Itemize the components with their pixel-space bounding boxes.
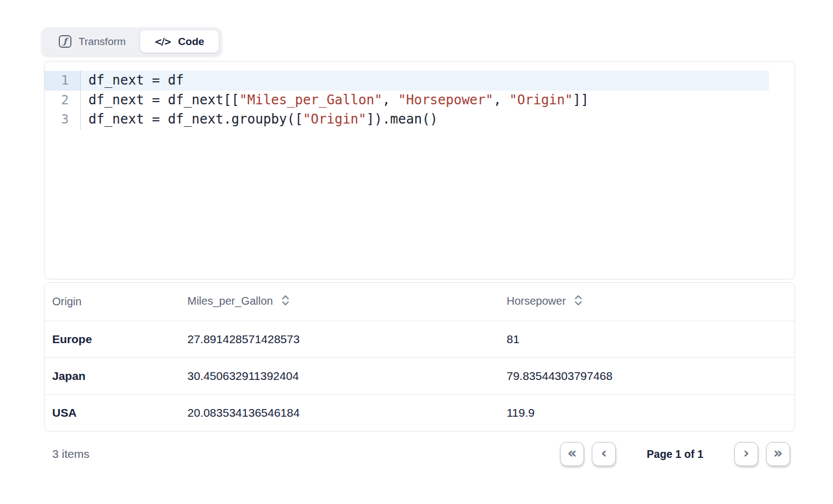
header-row: Origin Miles_per_Gallon Horsepower (45, 283, 795, 321)
cell-horsepower: 81 (499, 321, 795, 357)
results-table: Origin Miles_per_Gallon Horsepower Europ… (45, 283, 795, 431)
cell-horsepower: 79.83544303797468 (499, 357, 795, 394)
table-footer: 3 items « ‹ Page 1 of 1 › » (44, 439, 795, 469)
cell-miles-per-gallon: 30.450632911392404 (180, 357, 499, 394)
tab-code[interactable]: </> Code (140, 30, 219, 53)
code-token-string: "Origin" (303, 111, 366, 127)
code-line: 3 df_next = df_next.groupby(["Origin"]).… (45, 110, 795, 130)
items-count: 3 items (52, 447, 90, 461)
code-line: 1 df_next = df (45, 71, 795, 91)
code-icon: </> (154, 36, 171, 47)
code-token: , (493, 92, 509, 108)
code-token: ]).mean() (366, 111, 438, 127)
page-indicator: Page 1 of 1 (647, 448, 703, 461)
code-line: 2 df_next = df_next[["Miles_per_Gallon",… (45, 91, 795, 110)
code-token-string: "Origin" (509, 92, 573, 108)
code-token: df_next = df (88, 72, 184, 88)
code-token: df_next = df_next[[ (88, 92, 240, 108)
code-line-content: df_next = df_next[["Miles_per_Gallon", "… (81, 91, 769, 110)
cell-miles-per-gallon: 20.083534136546184 (180, 394, 499, 431)
sort-updown-icon[interactable] (281, 296, 290, 309)
line-number: 3 (45, 110, 81, 130)
cell-miles-per-gallon: 27.891428571428573 (180, 321, 499, 357)
code-line-content: df_next = df_next.groupby(["Origin"]).me… (81, 110, 769, 130)
prev-page-button[interactable]: ‹ (592, 442, 616, 466)
next-page-icon: › (743, 446, 749, 460)
pagination: « ‹ Page 1 of 1 › » (560, 442, 790, 466)
code-line-content: df_next = df (81, 71, 769, 91)
code-editor[interactable]: 1 df_next = df 2 df_next = df_next[["Mil… (44, 61, 795, 279)
sort-updown-icon[interactable] (574, 296, 582, 309)
prev-page-icon: ‹ (601, 446, 607, 460)
next-page-button[interactable]: › (734, 442, 758, 466)
cell-origin: Europe (45, 321, 180, 357)
line-number: 1 (45, 71, 81, 91)
cell-horsepower: 119.9 (499, 394, 795, 431)
results-table-card: Origin Miles_per_Gallon Horsepower Europ… (44, 282, 795, 432)
cell-origin: Japan (45, 357, 180, 394)
table-row: Japan 30.450632911392404 79.835443037974… (45, 357, 795, 394)
code-token-string: "Horsepower" (398, 92, 493, 108)
tab-transform[interactable]: ƒ Transform (45, 30, 140, 53)
column-header-miles-per-gallon[interactable]: Miles_per_Gallon (180, 283, 499, 321)
last-page-button[interactable]: » (766, 442, 790, 466)
first-page-button[interactable]: « (560, 442, 584, 466)
last-page-icon: » (774, 446, 783, 460)
line-number: 2 (45, 91, 81, 110)
tab-transform-label: Transform (79, 36, 126, 48)
column-label: Origin (52, 295, 81, 307)
first-page-icon: « (568, 446, 577, 460)
code-token: df_next = df_next.groupby([ (88, 111, 303, 127)
code-token: , (382, 92, 398, 108)
column-label: Horsepower (507, 295, 566, 307)
column-header-origin: Origin (45, 283, 180, 321)
tab-code-label: Code (178, 36, 204, 48)
code-token: ]] (573, 92, 588, 108)
table-row: Europe 27.891428571428573 81 (45, 321, 795, 357)
column-label: Miles_per_Gallon (187, 295, 273, 307)
code-token-string: "Miles_per_Gallon" (240, 92, 382, 108)
column-header-horsepower[interactable]: Horsepower (499, 283, 795, 321)
function-icon: ƒ (59, 35, 71, 48)
tab-bar: ƒ Transform </> Code (42, 27, 221, 55)
table-row: USA 20.083534136546184 119.9 (45, 394, 795, 431)
cell-origin: USA (45, 394, 180, 431)
